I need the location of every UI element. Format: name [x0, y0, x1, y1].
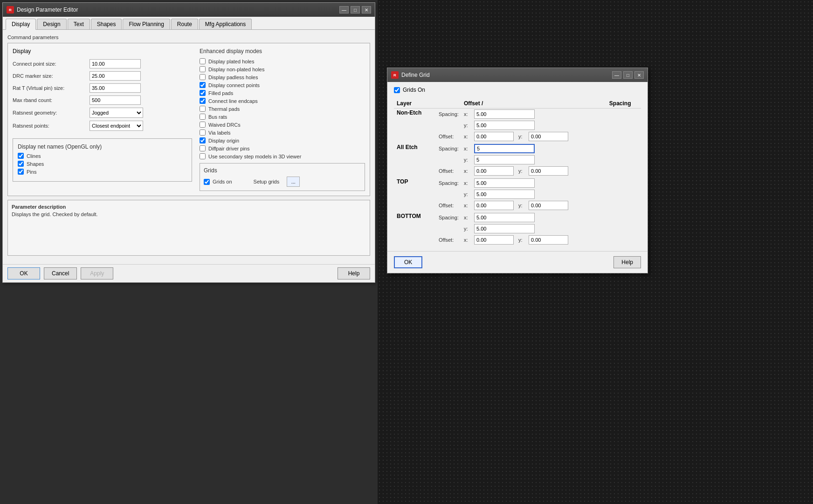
all-etch-spacing-x-label: x:: [464, 146, 472, 151]
bottom-buttons: OK Cancel Apply Help: [3, 264, 375, 282]
rat-t-size-row: Rat T (Virtual pin) size:: [13, 83, 192, 93]
ratsnest-geom-select[interactable]: Jogged Straight: [90, 108, 143, 118]
dg-window: R Define Grid — □ ✕ Grids On Layer Offse…: [387, 68, 648, 273]
setup-grids-button[interactable]: ...: [287, 177, 300, 187]
display-padless-holes-checkbox[interactable]: [200, 74, 206, 80]
display-plated-holes-checkbox[interactable]: [200, 58, 206, 64]
all-etch-label: All Etch: [394, 143, 436, 177]
dg-grids-on-checkbox[interactable]: [394, 87, 400, 93]
clines-checkbox[interactable]: [18, 153, 24, 159]
chk-shapes: Shapes: [18, 161, 187, 167]
non-etch-spacing-x-input[interactable]: [474, 109, 535, 119]
top-spacing-x-input[interactable]: [474, 178, 535, 188]
non-etch-spacing-y-row: y:: [439, 121, 597, 130]
pins-checkbox[interactable]: [18, 169, 24, 175]
left-panel: Display Connect point size: DRC marker s…: [13, 48, 192, 191]
non-etch-spacing-label: Spacing:: [439, 111, 462, 117]
dg-close-button[interactable]: ✕: [634, 71, 644, 79]
top-offset-y-input[interactable]: [529, 201, 568, 210]
filled-pads-checkbox[interactable]: [200, 90, 206, 96]
dg-bottom: OK Help: [387, 251, 648, 273]
tab-shapes[interactable]: Shapes: [91, 19, 122, 29]
param-desc-text: Displays the grid. Checked by default.: [12, 211, 366, 217]
3d-viewer-checkbox[interactable]: [200, 153, 206, 159]
waived-drcs-checkbox[interactable]: [200, 122, 206, 128]
rat-t-size-label: Rat T (Virtual pin) size:: [13, 85, 90, 91]
param-desc-title: Parameter description: [12, 204, 366, 210]
top-spacing-x-row: Spacing: x:: [439, 178, 597, 188]
minimize-button[interactable]: —: [339, 6, 349, 14]
tab-mfg-applications[interactable]: Mfg Applications: [199, 19, 252, 29]
net-names-title: Display net names (OpenGL only): [18, 143, 187, 150]
chk-diffpair-driver-pins: Diffpair driver pins: [200, 145, 365, 151]
non-etch-group: Spacing: x: y: Offset: x:: [439, 109, 597, 142]
tab-design[interactable]: Design: [37, 19, 66, 29]
diffpair-driver-pins-checkbox[interactable]: [200, 145, 206, 151]
param-desc-section: Parameter description Displays the grid.…: [7, 200, 370, 256]
tab-route[interactable]: Route: [171, 19, 198, 29]
all-etch-spacing-x-input[interactable]: [474, 144, 535, 153]
help-button[interactable]: Help: [338, 267, 370, 279]
all-etch-offset-row: Offset: x: y:: [439, 166, 597, 176]
bottom-offset-x-input[interactable]: [474, 235, 514, 245]
bottom-spacing-x-input[interactable]: [474, 213, 535, 222]
display-non-plated-holes-label: Display non-plated holes: [208, 67, 264, 72]
dg-titlebar: R Define Grid — □ ✕: [387, 68, 648, 82]
rat-t-size-input[interactable]: [90, 83, 141, 93]
ratsnest-points-label: Ratsnest points:: [13, 123, 90, 129]
display-padless-holes-label: Display padless holes: [208, 75, 258, 80]
ratsnest-geom-row: Ratsnest geometry: Jogged Straight: [13, 108, 192, 118]
dg-ok-button[interactable]: OK: [394, 256, 422, 268]
bus-rats-checkbox[interactable]: [200, 114, 206, 120]
apply-button[interactable]: Apply: [81, 267, 113, 279]
drc-marker-size-row: DRC marker size:: [13, 71, 192, 81]
top-offset-x-label: x:: [464, 203, 472, 208]
bottom-spacing-label: Spacing:: [439, 215, 462, 220]
drc-marker-size-input[interactable]: [90, 71, 141, 81]
all-etch-spacing-y-input[interactable]: [474, 155, 535, 164]
top-spacing-y-label: y:: [464, 191, 472, 197]
ok-button[interactable]: OK: [7, 267, 40, 279]
display-origin-checkbox[interactable]: [200, 137, 206, 143]
bottom-spacing-y-input[interactable]: [474, 224, 535, 233]
grids-on-checkbox[interactable]: [204, 179, 210, 185]
non-etch-spacing-y-input[interactable]: [474, 121, 535, 130]
non-etch-offset-y-label: y:: [518, 134, 527, 139]
maximize-button[interactable]: □: [351, 6, 360, 14]
dg-minimize-button[interactable]: —: [612, 71, 621, 79]
dpe-titlebar: R Design Parameter Editor — □ ✕: [3, 3, 375, 17]
shapes-checkbox[interactable]: [18, 161, 24, 167]
top-offset-x-input[interactable]: [474, 201, 514, 210]
tab-text[interactable]: Text: [68, 19, 90, 29]
top-offset-label: Offset:: [439, 203, 462, 208]
display-connect-points-checkbox[interactable]: [200, 82, 206, 88]
tab-flow-planning[interactable]: Flow Planning: [123, 19, 170, 29]
dpe-window: R Design Parameter Editor — □ ✕ Display …: [2, 2, 375, 283]
ratsnest-points-select[interactable]: Closest endpoint Pin: [90, 121, 143, 131]
chk-3d-viewer: Use secondary step models in 3D viewer: [200, 153, 365, 159]
display-non-plated-holes-checkbox[interactable]: [200, 66, 206, 72]
tab-display[interactable]: Display: [6, 19, 36, 30]
non-etch-offset-x-input[interactable]: [474, 132, 514, 141]
table-row: All Etch Spacing: x: y:: [394, 143, 641, 177]
grids-section-title: Grids: [204, 167, 361, 174]
close-button[interactable]: ✕: [362, 6, 371, 14]
cancel-button[interactable]: Cancel: [44, 267, 77, 279]
non-etch-inputs: Spacing: x: y: Offset: x:: [436, 109, 600, 143]
bottom-offset-y-input[interactable]: [529, 235, 568, 245]
top-spacing-y-input[interactable]: [474, 190, 535, 199]
chk-connect-line-endcaps: Connect line endcaps: [200, 98, 365, 104]
grid-table: Layer Offset / Spacing Non-Etch Spacing:: [394, 99, 641, 246]
connect-point-size-input[interactable]: [90, 59, 141, 68]
enhanced-title: Enhanced display modes: [200, 48, 365, 54]
thermal-pads-checkbox[interactable]: [200, 106, 206, 112]
all-etch-spacing-y-row: y:: [439, 155, 597, 164]
all-etch-offset-x-input[interactable]: [474, 166, 514, 176]
dg-maximize-button[interactable]: □: [623, 71, 633, 79]
all-etch-offset-y-input[interactable]: [529, 166, 568, 176]
non-etch-offset-y-input[interactable]: [529, 132, 568, 141]
connect-line-endcaps-checkbox[interactable]: [200, 98, 206, 104]
via-labels-checkbox[interactable]: [200, 129, 206, 136]
max-rband-input[interactable]: [90, 95, 141, 105]
dg-help-button[interactable]: Help: [613, 256, 641, 268]
